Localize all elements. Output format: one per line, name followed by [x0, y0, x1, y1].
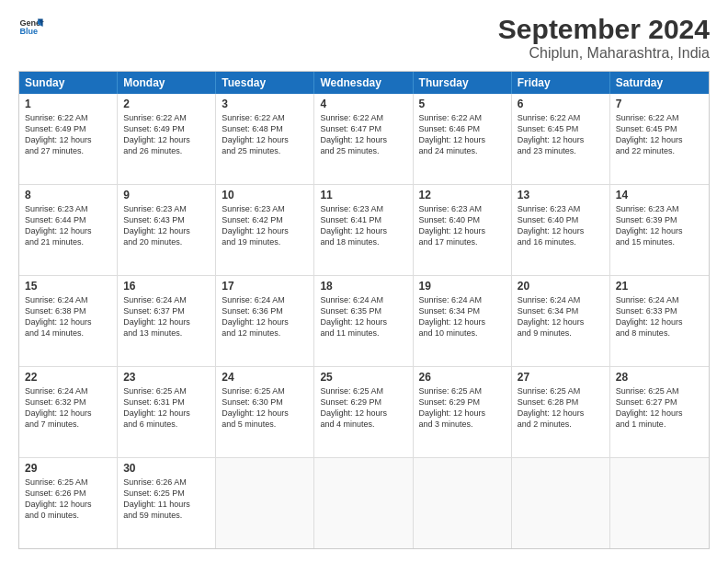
calendar-cell — [314, 458, 413, 548]
svg-text:Blue: Blue — [19, 27, 38, 36]
calendar-row-3: 22Sunrise: 6:24 AM Sunset: 6:32 PM Dayli… — [19, 366, 709, 457]
calendar-cell: 3Sunrise: 6:22 AM Sunset: 6:48 PM Daylig… — [216, 94, 314, 184]
calendar-cell: 25Sunrise: 6:25 AM Sunset: 6:29 PM Dayli… — [314, 367, 413, 457]
cell-text: Sunrise: 6:24 AM Sunset: 6:35 PM Dayligh… — [320, 294, 406, 339]
calendar-cell: 23Sunrise: 6:25 AM Sunset: 6:31 PM Dayli… — [118, 367, 216, 457]
cell-text: Sunrise: 6:25 AM Sunset: 6:29 PM Dayligh… — [419, 385, 506, 431]
calendar-cell: 2Sunrise: 6:22 AM Sunset: 6:49 PM Daylig… — [118, 94, 216, 184]
day-number: 20 — [518, 280, 604, 293]
calendar-cell: 11Sunrise: 6:23 AM Sunset: 6:41 PM Dayli… — [314, 185, 413, 275]
calendar-cell — [216, 458, 314, 548]
day-number: 12 — [419, 189, 506, 201]
day-number: 11 — [320, 189, 406, 201]
day-number: 9 — [123, 189, 210, 201]
page: General Blue September 2024 Chiplun, Mah… — [0, 0, 728, 563]
day-number: 4 — [320, 98, 406, 110]
day-number: 6 — [518, 98, 604, 110]
cell-text: Sunrise: 6:23 AM Sunset: 6:39 PM Dayligh… — [616, 203, 703, 248]
calendar-cell: 17Sunrise: 6:24 AM Sunset: 6:36 PM Dayli… — [216, 276, 314, 366]
calendar-cell: 15Sunrise: 6:24 AM Sunset: 6:38 PM Dayli… — [19, 276, 118, 366]
cell-text: Sunrise: 6:25 AM Sunset: 6:31 PM Dayligh… — [123, 385, 210, 431]
day-number: 29 — [25, 462, 111, 475]
calendar-cell: 9Sunrise: 6:23 AM Sunset: 6:43 PM Daylig… — [118, 185, 216, 275]
day-number: 27 — [518, 371, 604, 384]
calendar-cell: 1Sunrise: 6:22 AM Sunset: 6:49 PM Daylig… — [19, 94, 118, 184]
day-number: 19 — [419, 280, 506, 293]
calendar-cell — [512, 458, 610, 548]
cell-text: Sunrise: 6:24 AM Sunset: 6:34 PM Dayligh… — [518, 294, 604, 339]
cell-text: Sunrise: 6:24 AM Sunset: 6:36 PM Dayligh… — [222, 294, 308, 339]
calendar-cell: 4Sunrise: 6:22 AM Sunset: 6:47 PM Daylig… — [314, 94, 413, 184]
cell-text: Sunrise: 6:25 AM Sunset: 6:30 PM Dayligh… — [222, 385, 308, 431]
day-number: 16 — [123, 280, 210, 293]
day-number: 14 — [616, 189, 703, 201]
calendar-header: Sunday Monday Tuesday Wednesday Thursday… — [19, 72, 709, 94]
calendar-cell: 24Sunrise: 6:25 AM Sunset: 6:30 PM Dayli… — [216, 367, 314, 457]
calendar-cell: 14Sunrise: 6:23 AM Sunset: 6:39 PM Dayli… — [610, 185, 709, 275]
calendar-cell: 16Sunrise: 6:24 AM Sunset: 6:37 PM Dayli… — [118, 276, 216, 366]
header: General Blue September 2024 Chiplun, Mah… — [18, 14, 710, 62]
day-number: 13 — [518, 189, 604, 201]
subtitle: Chiplun, Maharashtra, India — [498, 45, 710, 62]
cell-text: Sunrise: 6:22 AM Sunset: 6:45 PM Dayligh… — [616, 112, 703, 157]
cell-text: Sunrise: 6:23 AM Sunset: 6:44 PM Dayligh… — [25, 203, 111, 248]
logo-icon: General Blue — [18, 14, 44, 40]
calendar-row-4: 29Sunrise: 6:25 AM Sunset: 6:26 PM Dayli… — [19, 457, 709, 548]
day-number: 7 — [616, 98, 703, 110]
title-block: September 2024 Chiplun, Maharashtra, Ind… — [498, 14, 710, 62]
day-number: 8 — [25, 189, 111, 201]
main-title: September 2024 — [498, 14, 710, 45]
cell-text: Sunrise: 6:24 AM Sunset: 6:34 PM Dayligh… — [419, 294, 506, 339]
calendar-cell: 18Sunrise: 6:24 AM Sunset: 6:35 PM Dayli… — [314, 276, 413, 366]
calendar-body: 1Sunrise: 6:22 AM Sunset: 6:49 PM Daylig… — [19, 94, 709, 548]
calendar-row-1: 8Sunrise: 6:23 AM Sunset: 6:44 PM Daylig… — [19, 184, 709, 275]
calendar-cell: 8Sunrise: 6:23 AM Sunset: 6:44 PM Daylig… — [19, 185, 118, 275]
day-number: 5 — [419, 98, 506, 110]
cell-text: Sunrise: 6:23 AM Sunset: 6:42 PM Dayligh… — [222, 203, 308, 248]
day-number: 24 — [222, 371, 308, 384]
calendar-cell: 22Sunrise: 6:24 AM Sunset: 6:32 PM Dayli… — [19, 367, 118, 457]
cell-text: Sunrise: 6:22 AM Sunset: 6:49 PM Dayligh… — [25, 112, 111, 157]
calendar-row-2: 15Sunrise: 6:24 AM Sunset: 6:38 PM Dayli… — [19, 275, 709, 366]
header-monday: Monday — [118, 72, 216, 94]
calendar-cell: 13Sunrise: 6:23 AM Sunset: 6:40 PM Dayli… — [512, 185, 610, 275]
cell-text: Sunrise: 6:24 AM Sunset: 6:38 PM Dayligh… — [25, 294, 111, 339]
calendar: Sunday Monday Tuesday Wednesday Thursday… — [18, 71, 710, 549]
cell-text: Sunrise: 6:24 AM Sunset: 6:37 PM Dayligh… — [123, 294, 210, 339]
calendar-cell: 21Sunrise: 6:24 AM Sunset: 6:33 PM Dayli… — [610, 276, 709, 366]
day-number: 1 — [25, 98, 111, 110]
cell-text: Sunrise: 6:23 AM Sunset: 6:40 PM Dayligh… — [518, 203, 604, 248]
header-wednesday: Wednesday — [314, 72, 413, 94]
calendar-cell: 30Sunrise: 6:26 AM Sunset: 6:25 PM Dayli… — [118, 458, 216, 548]
day-number: 10 — [222, 189, 308, 201]
calendar-cell — [414, 458, 512, 548]
day-number: 18 — [320, 280, 406, 293]
day-number: 21 — [616, 280, 703, 293]
cell-text: Sunrise: 6:22 AM Sunset: 6:46 PM Dayligh… — [419, 112, 506, 157]
calendar-cell: 19Sunrise: 6:24 AM Sunset: 6:34 PM Dayli… — [414, 276, 512, 366]
cell-text: Sunrise: 6:22 AM Sunset: 6:48 PM Dayligh… — [222, 112, 308, 157]
cell-text: Sunrise: 6:24 AM Sunset: 6:33 PM Dayligh… — [616, 294, 703, 339]
day-number: 26 — [419, 371, 506, 384]
calendar-cell: 10Sunrise: 6:23 AM Sunset: 6:42 PM Dayli… — [216, 185, 314, 275]
header-sunday: Sunday — [19, 72, 118, 94]
cell-text: Sunrise: 6:23 AM Sunset: 6:40 PM Dayligh… — [419, 203, 506, 248]
calendar-cell: 6Sunrise: 6:22 AM Sunset: 6:45 PM Daylig… — [512, 94, 610, 184]
day-number: 2 — [123, 98, 210, 110]
calendar-cell: 12Sunrise: 6:23 AM Sunset: 6:40 PM Dayli… — [414, 185, 512, 275]
day-number: 15 — [25, 280, 111, 293]
calendar-cell: 5Sunrise: 6:22 AM Sunset: 6:46 PM Daylig… — [414, 94, 512, 184]
day-number: 3 — [222, 98, 308, 110]
calendar-cell: 27Sunrise: 6:25 AM Sunset: 6:28 PM Dayli… — [512, 367, 610, 457]
day-number: 17 — [222, 280, 308, 293]
calendar-cell: 20Sunrise: 6:24 AM Sunset: 6:34 PM Dayli… — [512, 276, 610, 366]
cell-text: Sunrise: 6:23 AM Sunset: 6:43 PM Dayligh… — [123, 203, 210, 248]
cell-text: Sunrise: 6:22 AM Sunset: 6:47 PM Dayligh… — [320, 112, 406, 157]
calendar-cell — [610, 458, 709, 548]
cell-text: Sunrise: 6:23 AM Sunset: 6:41 PM Dayligh… — [320, 203, 406, 248]
cell-text: Sunrise: 6:24 AM Sunset: 6:32 PM Dayligh… — [25, 385, 111, 431]
cell-text: Sunrise: 6:26 AM Sunset: 6:25 PM Dayligh… — [123, 477, 210, 522]
calendar-row-0: 1Sunrise: 6:22 AM Sunset: 6:49 PM Daylig… — [19, 94, 709, 184]
cell-text: Sunrise: 6:22 AM Sunset: 6:49 PM Dayligh… — [123, 112, 210, 157]
header-thursday: Thursday — [414, 72, 512, 94]
